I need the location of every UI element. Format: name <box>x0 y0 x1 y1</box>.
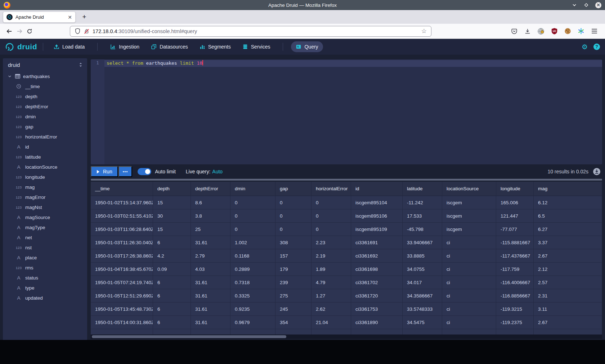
table-cell[interactable]: 1950-01-03T11:26:30.040Z <box>91 236 153 249</box>
table-cell[interactable]: iscgem <box>442 223 496 236</box>
chevron-down-icon[interactable] <box>8 74 12 78</box>
table-cell[interactable]: 33.5748333 <box>403 302 442 316</box>
column-header-dmin[interactable]: dmin <box>230 182 275 196</box>
druid-logo[interactable]: druid <box>5 42 37 51</box>
table-cell[interactable]: 34.017 <box>403 276 442 289</box>
ublock-icon[interactable]: UO <box>550 27 559 36</box>
cookie-extension-icon[interactable] <box>563 27 572 36</box>
settings-gear-icon[interactable]: ⚙ <box>582 44 588 50</box>
table-cell[interactable]: 30 <box>153 209 191 223</box>
table-cell[interactable]: 0 <box>275 196 312 209</box>
table-cell[interactable]: 0.1168 <box>230 249 275 263</box>
table-cell[interactable]: 4.03 <box>191 263 230 276</box>
column-header-mag[interactable]: mag <box>534 182 602 196</box>
tracking-shield-icon[interactable] <box>75 27 80 36</box>
table-cell[interactable]: 0 <box>275 209 312 223</box>
column-header-longitude[interactable]: longitude <box>496 182 534 196</box>
table-cell[interactable]: 1950-01-03T11:06:28.640Z <box>91 223 153 236</box>
column-header-locationSource[interactable]: locationSource <box>442 182 496 196</box>
table-cell[interactable]: ci <box>442 316 496 329</box>
table-cell[interactable]: 0 <box>275 223 312 236</box>
table-cell[interactable]: 6 <box>153 316 191 329</box>
field-depth[interactable]: 123depth <box>3 91 87 101</box>
table-cell[interactable]: 2.12 <box>534 263 602 276</box>
column-header-latitude[interactable]: latitude <box>403 182 442 196</box>
table-cell[interactable]: 0.7318 <box>230 276 275 289</box>
column-header-depthError[interactable]: depthError <box>191 182 230 196</box>
table-cell[interactable]: ci3361753 <box>351 302 403 316</box>
table-cell[interactable]: 0.9235 <box>230 302 275 316</box>
table-cell[interactable]: ci <box>442 236 496 249</box>
extension-privacy-icon[interactable] <box>537 27 545 36</box>
table-cell[interactable]: 1.27 <box>312 289 351 302</box>
field-status[interactable]: Astatus <box>3 273 87 283</box>
back-icon[interactable] <box>4 26 14 36</box>
field-gap[interactable]: 123gap <box>3 122 87 132</box>
menu-hamburger-icon[interactable] <box>590 27 599 36</box>
table-cell[interactable]: 31.61 <box>191 289 230 302</box>
query-text[interactable]: select * from earthquakes limit 10 <box>107 60 203 66</box>
table-cell[interactable]: -117.759 <box>496 263 534 276</box>
table-cell[interactable]: 2.62 <box>312 302 351 316</box>
field-depthError[interactable]: 123depthError <box>3 101 87 112</box>
table-cell[interactable]: 1.002 <box>230 236 275 249</box>
table-cell[interactable]: 1950-01-05T07:24:19.740Z <box>91 276 153 289</box>
schema-selector[interactable]: druid <box>3 58 87 71</box>
column-header-gap[interactable]: gap <box>275 182 312 196</box>
table-cell[interactable]: -116.8856667 <box>496 289 534 302</box>
field-rms[interactable]: 123rms <box>3 263 87 273</box>
table-cell[interactable]: 0 <box>230 223 275 236</box>
table-cell[interactable]: -77.077 <box>496 223 534 236</box>
table-cell[interactable]: ci <box>442 263 496 276</box>
table-cell[interactable]: 31.61 <box>191 236 230 249</box>
table-cell[interactable]: 1950-01-04T16:38:45.670Z <box>91 263 153 276</box>
field-id[interactable]: Aid <box>3 142 87 152</box>
table-cell[interactable]: 17.533 <box>403 209 442 223</box>
table-cell[interactable]: 31.61 <box>191 276 230 289</box>
field-place[interactable]: Aplace <box>3 252 87 263</box>
table-cell[interactable]: ci <box>442 302 496 316</box>
table-cell[interactable]: 6 <box>153 289 191 302</box>
splitter-handle[interactable] <box>91 179 602 181</box>
table-cell[interactable]: 34.0755 <box>403 263 442 276</box>
table-cell[interactable]: 0.2889 <box>230 263 275 276</box>
browser-tab[interactable]: Apache Druid ✕ <box>3 12 76 23</box>
table-cell[interactable]: ci3361692 <box>351 249 403 263</box>
table-cell[interactable]: ci <box>442 249 496 263</box>
table-cell[interactable]: 2.57 <box>534 276 602 289</box>
auto-limit-label[interactable]: Auto limit <box>155 169 176 174</box>
nav-query[interactable]: Query <box>291 41 323 52</box>
column-header-id[interactable]: id <box>351 182 403 196</box>
table-cell[interactable]: 2.31 <box>534 289 602 302</box>
table-cell[interactable]: -119.2375 <box>496 316 534 329</box>
nav-load-data[interactable]: Load data <box>49 41 89 52</box>
table-cell[interactable]: 8.6 <box>191 196 230 209</box>
table-cell[interactable]: 3.8 <box>191 209 230 223</box>
column-header-__time[interactable]: __time <box>91 182 153 196</box>
table-cell[interactable]: 0.3325 <box>230 289 275 302</box>
table-cell[interactable]: -115.8881667 <box>496 236 534 249</box>
table-cell[interactable]: 0 <box>312 196 351 209</box>
field-magSource[interactable]: AmagSource <box>3 212 87 222</box>
field-magNst[interactable]: 123magNst <box>3 202 87 212</box>
table-cell[interactable]: ci3361691 <box>351 236 403 249</box>
table-cell[interactable]: 6.12 <box>534 196 602 209</box>
table-cell[interactable]: 4.2 <box>153 249 191 263</box>
table-cell[interactable]: 33.9406667 <box>403 236 442 249</box>
table-cell[interactable]: 6 <box>153 302 191 316</box>
column-header-depth[interactable]: depth <box>153 182 191 196</box>
table-cell[interactable]: ci3361702 <box>351 276 403 289</box>
table-cell[interactable]: -117.4376667 <box>496 249 534 263</box>
table-cell[interactable]: 157 <box>275 249 312 263</box>
field-longitude[interactable]: 123longitude <box>3 172 87 182</box>
pocket-icon[interactable] <box>510 27 519 36</box>
nav-ingestion[interactable]: Ingestion <box>106 41 144 52</box>
forward-icon[interactable] <box>14 26 24 36</box>
bookmark-star-icon[interactable]: ☆ <box>421 27 427 35</box>
field-magType[interactable]: AmagType <box>3 222 87 232</box>
table-cell[interactable]: iscgem <box>442 209 496 223</box>
table-cell[interactable]: 1950-01-05T12:51:29.690Z <box>91 289 153 302</box>
reload-icon[interactable] <box>24 26 35 36</box>
table-cell[interactable]: 179 <box>275 263 312 276</box>
field-dmin[interactable]: 123dmin <box>3 112 87 122</box>
